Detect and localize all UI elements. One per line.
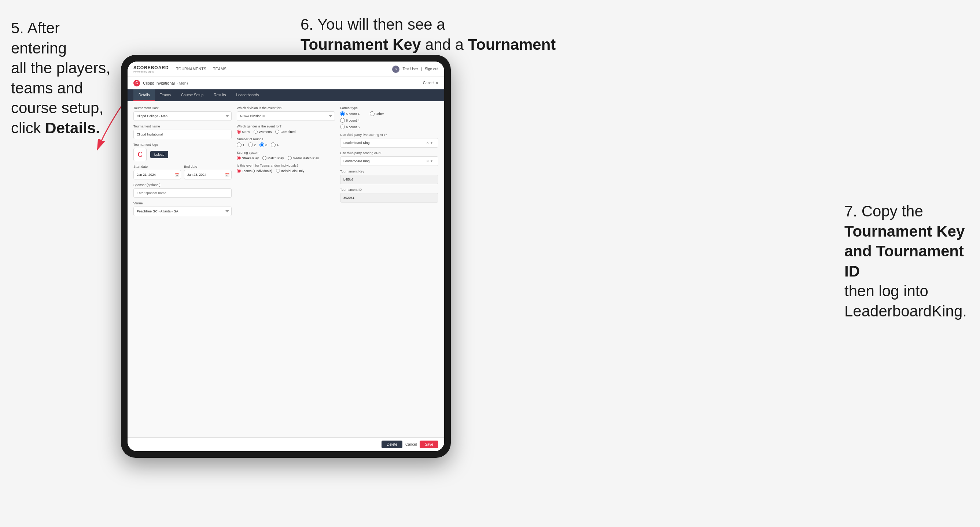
app-logo-sub: Powered by clippd	[134, 70, 169, 73]
end-date-calendar-icon: 📅	[225, 173, 229, 177]
format-5count4[interactable]: 5 count 4	[340, 111, 360, 116]
venue-select[interactable]: Peachtree GC - Atlanta - GA	[134, 206, 232, 216]
date-group: Start date 📅 End date 📅	[134, 165, 232, 179]
tournament-name-input[interactable]	[134, 130, 232, 139]
gender-womens[interactable]: Womens	[254, 130, 272, 134]
logo-preview-letter: C	[138, 151, 143, 159]
scoring-match[interactable]: Match Play	[262, 156, 284, 160]
format-6count4[interactable]: 6 count 4	[340, 118, 360, 123]
user-avatar: SI	[392, 65, 399, 73]
tournament-name-group: Tournament name	[134, 124, 232, 139]
scoring-radio-group: Stroke Play Match Play Medal Match Play	[237, 156, 335, 160]
sign-out-link[interactable]: Sign out	[425, 67, 438, 71]
rounds-4[interactable]: 4	[271, 143, 278, 147]
rounds-2[interactable]: 2	[248, 143, 256, 147]
annotation-right-line1: 7. Copy the	[845, 203, 923, 220]
tournament-logo: C	[134, 80, 140, 86]
save-button[interactable]: Save	[420, 441, 438, 448]
individuals-only[interactable]: Individuals Only	[276, 169, 305, 173]
tournament-title: Clippd Invitational (Men)	[143, 81, 423, 85]
tabs-bar: Details Teams Course Setup Results Leade…	[127, 89, 444, 101]
api1-clear-icon[interactable]: ✕ ▼	[426, 141, 433, 144]
cancel-button-footer[interactable]: Cancel	[405, 443, 417, 446]
rounds-3[interactable]: 3	[259, 143, 267, 147]
annotation-right-line4: then log into	[845, 283, 928, 300]
annotation-top-line1: 6. You will then see a	[301, 16, 445, 33]
rounds-group: Number of rounds 1 2 3	[237, 137, 335, 147]
app-logo-text: SCOREBOARD	[134, 65, 169, 70]
start-date-input[interactable]	[134, 170, 181, 179]
tournament-host-select[interactable]: Clippd College - Men	[134, 111, 232, 121]
logo-preview: C	[134, 148, 146, 161]
tournament-name-label: Tournament name	[134, 124, 232, 128]
end-date-input[interactable]	[184, 170, 232, 179]
footer-bar: Delete Cancel Save	[127, 437, 444, 451]
app-nav: TOURNAMENTS TEAMS	[176, 67, 393, 71]
scoring-stroke[interactable]: Stroke Play	[237, 156, 259, 160]
app-header-right: SI Test User | Sign out	[392, 65, 438, 73]
tournament-key-label: Tournament Key	[340, 170, 438, 173]
annotation-right-key: Tournament Key	[845, 223, 965, 240]
annotation-left-line3: teams and	[11, 79, 83, 97]
api1-select-wrap: ✕ ▼	[340, 138, 438, 148]
tab-results[interactable]: Results	[208, 89, 231, 101]
date-row: Start date 📅 End date 📅	[134, 165, 232, 179]
app-logo: SCOREBOARD Powered by clippd	[134, 65, 169, 73]
format-6count5[interactable]: 6 count 5	[340, 124, 360, 129]
teams-plus-individuals[interactable]: Teams (+Individuals)	[237, 169, 272, 173]
api2-input[interactable]	[340, 156, 438, 166]
scoring-label: Scoring system	[237, 151, 335, 154]
tab-course-setup[interactable]: Course Setup	[176, 89, 208, 101]
annotation-right-line5: LeaderboardKing.	[845, 303, 967, 320]
gender-mens[interactable]: Mens	[237, 130, 250, 134]
content-grid: Tournament Host Clippd College - Men Tou…	[134, 106, 438, 216]
tournament-id-label: Tournament ID	[340, 188, 438, 192]
delete-button[interactable]: Delete	[382, 441, 402, 448]
format-other[interactable]: Other	[370, 111, 384, 116]
tournament-host-label: Tournament Host	[134, 106, 232, 110]
tournament-key-input[interactable]	[340, 175, 438, 184]
app-header: SCOREBOARD Powered by clippd TOURNAMENTS…	[127, 62, 444, 77]
division-label: Which division is the event for?	[237, 106, 335, 110]
sponsor-input[interactable]	[134, 188, 232, 198]
annotation-top-key: Tournament Key	[301, 36, 421, 53]
tournament-header: C Clippd Invitational (Men) Cancel ✕	[127, 77, 444, 89]
gender-group: Which gender is the event for? Mens Wome…	[237, 124, 335, 134]
api2-group: Use third-party scoring API? ✕ ▼	[340, 151, 438, 166]
annotation-left-line2: all the players,	[11, 59, 110, 76]
start-date-group: Start date 📅	[134, 165, 181, 179]
gender-combined[interactable]: Combined	[275, 130, 295, 134]
format-row-3: 6 count 5	[340, 124, 438, 129]
division-select[interactable]: NCAA Division III	[237, 111, 335, 121]
tab-leaderboards[interactable]: Leaderboards	[231, 89, 264, 101]
content-area: Tournament Host Clippd College - Men Tou…	[127, 101, 444, 437]
format-group: Format type 5 count 4 Other	[340, 106, 438, 129]
tournament-id-input[interactable]	[340, 193, 438, 203]
nav-teams[interactable]: TEAMS	[213, 67, 226, 71]
user-name: Test User	[402, 67, 418, 71]
annotation-top-mid: and a	[421, 36, 468, 53]
start-date-wrap: 📅	[134, 170, 181, 179]
tab-teams[interactable]: Teams	[155, 89, 176, 101]
cancel-button-top[interactable]: Cancel ✕	[423, 81, 438, 85]
format-label: Format type	[340, 106, 438, 110]
rounds-label: Number of rounds	[237, 137, 335, 141]
division-group: Which division is the event for? NCAA Di…	[237, 106, 335, 121]
gender-radio-group: Mens Womens Combined	[237, 130, 335, 134]
scoring-group: Scoring system Stroke Play Match Play Me…	[237, 151, 335, 160]
tab-details[interactable]: Details	[134, 89, 155, 101]
tournament-logo-label: Tournament logo	[134, 143, 232, 146]
annotation-left-line1: 5. After entering	[11, 19, 67, 57]
end-date-label: End date	[184, 165, 232, 168]
nav-tournaments[interactable]: TOURNAMENTS	[176, 67, 207, 71]
api2-clear-icon[interactable]: ✕ ▼	[426, 159, 433, 163]
tournament-id-group: Tournament ID	[340, 188, 438, 203]
tournament-logo-group: Tournament logo C Upload	[134, 143, 232, 161]
api1-label: Use third-party live scoring API?	[340, 133, 438, 137]
scoring-medal[interactable]: Medal Match Play	[288, 156, 319, 160]
api1-input[interactable]	[340, 138, 438, 148]
upload-button[interactable]: Upload	[150, 151, 168, 158]
tournament-subtitle: (Men)	[177, 81, 188, 85]
start-date-label: Start date	[134, 165, 181, 168]
rounds-1[interactable]: 1	[237, 143, 245, 147]
